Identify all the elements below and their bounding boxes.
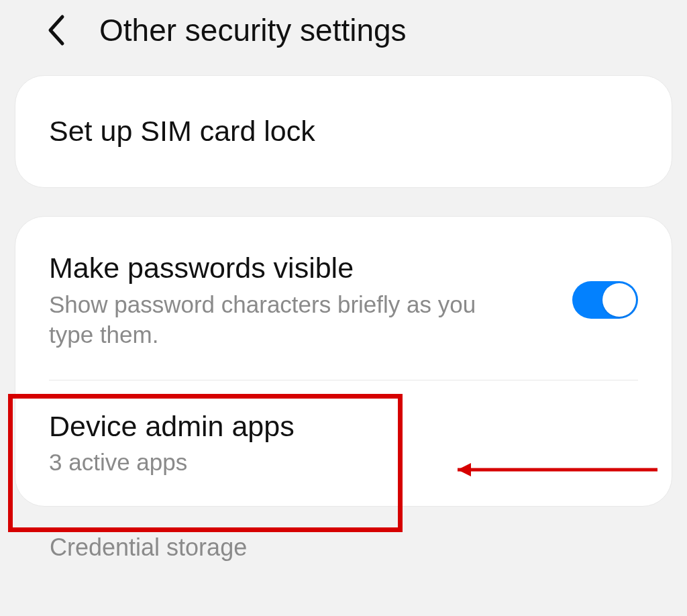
row-make-passwords-visible[interactable]: Make passwords visible Show password cha… [15,217,672,380]
passwords-visible-subtitle: Show password characters briefly as you … [49,289,519,350]
device-admin-subtitle: 3 active apps [49,447,519,478]
back-icon[interactable] [42,15,71,45]
passwords-visible-title: Make passwords visible [49,250,559,287]
device-admin-title: Device admin apps [49,409,638,445]
card-sim-lock: Set up SIM card lock [15,75,672,188]
row-device-admin-apps[interactable]: Device admin apps 3 active apps [15,380,672,506]
section-credential-storage: Credential storage [0,533,687,562]
toggle-thumb [602,283,636,317]
sim-lock-title: Set up SIM card lock [49,113,638,150]
passwords-visible-toggle[interactable] [572,281,638,319]
row-sim-lock[interactable]: Set up SIM card lock [15,76,672,187]
card-security-options: Make passwords visible Show password cha… [15,216,672,507]
page-title: Other security settings [99,12,407,48]
page-header: Other security settings [0,0,687,75]
